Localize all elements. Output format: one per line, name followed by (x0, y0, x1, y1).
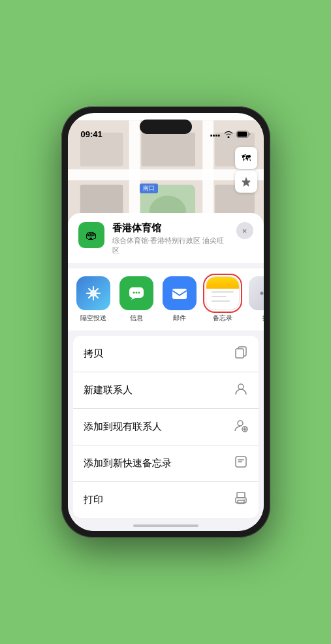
new-contact-label: 新建联系人 (84, 384, 133, 396)
action-quick-note[interactable]: 添加到新快速备忘录 (73, 445, 259, 482)
svg-point-39 (244, 500, 245, 501)
print-icon (234, 491, 248, 509)
action-new-contact[interactable]: 新建联系人 (73, 372, 259, 409)
add-existing-icon (234, 418, 248, 436)
airdrop-icon (76, 276, 110, 310)
airdrop-label: 隔空投送 (80, 314, 106, 323)
share-item-notes[interactable]: 备忘录 (202, 276, 243, 323)
map-type-button[interactable]: 🗺 (235, 147, 257, 169)
svg-point-32 (238, 384, 244, 389)
venue-subtitle: 综合体育馆·香港特别行政区 油尖旺区 (112, 236, 229, 255)
status-time: 09:41 (81, 129, 102, 139)
share-item-mail[interactable]: 邮件 (159, 276, 200, 323)
close-button[interactable]: × (236, 222, 253, 239)
copy-label: 拷贝 (84, 347, 103, 360)
more-icon (249, 276, 264, 310)
mail-icon (163, 276, 197, 310)
south-text: 南口 (143, 185, 155, 191)
share-item-more[interactable]: 提 (245, 276, 264, 323)
battery-icon (236, 131, 251, 139)
south-entrance-label: 南口 (140, 184, 158, 193)
map-controls[interactable]: 🗺 (235, 147, 257, 193)
notes-icon (206, 276, 240, 310)
share-row: 隔空投送 信息 (68, 268, 264, 330)
venue-header: 🏟 香港体育馆 综合体育馆·香港特别行政区 油尖旺区 × (68, 213, 264, 263)
copy-icon (234, 345, 248, 362)
svg-rect-1 (237, 132, 247, 137)
svg-rect-36 (237, 492, 245, 498)
svg-point-25 (138, 292, 140, 294)
venue-header-icon: 🏟 (78, 222, 104, 248)
messages-icon (119, 276, 153, 310)
action-list: 拷贝 新建联系人 (73, 336, 259, 518)
svg-rect-31 (236, 349, 244, 358)
add-existing-label: 添加到现有联系人 (84, 421, 162, 433)
action-copy[interactable]: 拷贝 (73, 336, 259, 372)
svg-point-24 (135, 292, 137, 294)
venue-name: 香港体育馆 (112, 222, 229, 234)
location-button[interactable] (235, 170, 257, 193)
svg-point-33 (238, 421, 243, 426)
share-item-messages[interactable]: 信息 (116, 276, 157, 323)
venue-text: 香港体育馆 综合体育馆·香港特别行政区 油尖旺区 (112, 222, 229, 255)
svg-point-23 (133, 292, 134, 294)
signal-icon: ▪▪▪▪ (210, 131, 221, 139)
print-label: 打印 (84, 494, 103, 506)
phone-frame: 09:41 ▪▪▪▪ (61, 106, 270, 538)
svg-rect-38 (238, 500, 244, 504)
new-contact-icon (234, 381, 248, 399)
phone-screen: 09:41 ▪▪▪▪ (68, 113, 264, 531)
dynamic-island (140, 120, 192, 134)
action-add-existing[interactable]: 添加到现有联系人 (73, 409, 259, 445)
svg-rect-26 (172, 289, 187, 299)
mail-label: 邮件 (173, 314, 186, 323)
svg-point-27 (260, 292, 263, 295)
messages-label: 信息 (130, 314, 143, 323)
action-print[interactable]: 打印 (73, 482, 259, 518)
svg-rect-3 (68, 169, 264, 180)
more-label: 提 (262, 314, 264, 323)
status-icons: ▪▪▪▪ (210, 131, 251, 139)
bottom-sheet: 🏟 香港体育馆 综合体育馆·香港特别行政区 油尖旺区 × (68, 213, 264, 531)
notes-label: 备忘录 (213, 314, 232, 323)
quick-note-icon (234, 455, 248, 472)
wifi-icon (224, 131, 233, 139)
home-indicator (133, 524, 198, 527)
quick-note-label: 添加到新快速备忘录 (84, 457, 172, 470)
share-item-airdrop[interactable]: 隔空投送 (73, 276, 114, 323)
